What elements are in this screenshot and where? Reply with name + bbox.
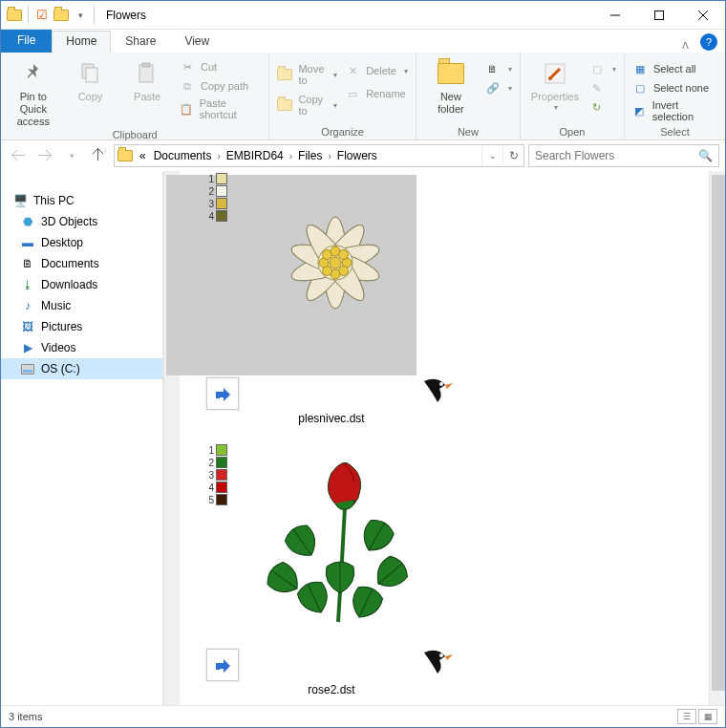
qat-dropdown-icon[interactable]: ▾ [73, 8, 88, 23]
view-large-icons-button[interactable]: ▦ [698, 709, 717, 724]
main-area: 🖥️This PC ⬣3D Objects ▬Desktop 🗎Document… [1, 171, 725, 705]
group-clipboard: Pin to Quick access Copy Paste ✂Cut ⧉Cop… [1, 53, 269, 139]
svg-point-29 [330, 257, 341, 268]
group-new: New folder 🗎▾ 🔗▾ New [416, 53, 521, 139]
address-bar[interactable]: « Documents› EMBIRD64› Files› Flowers ⌄ … [114, 144, 524, 167]
tab-home[interactable]: Home [52, 31, 111, 53]
nav-documents[interactable]: 🗎Documents [1, 253, 162, 274]
crumb-embird64[interactable]: EMBIRD64 [223, 149, 288, 162]
svg-rect-6 [139, 65, 153, 82]
properties-button[interactable]: Properties ▾ [526, 56, 584, 112]
crumb-flowers[interactable]: Flowers [333, 149, 381, 162]
paste-shortcut-button[interactable]: 📋Paste shortcut [178, 96, 263, 121]
refresh-button[interactable]: ↻ [502, 145, 523, 166]
search-placeholder: Search Flowers [535, 149, 614, 162]
new-folder-button[interactable]: New folder [422, 56, 480, 116]
open-button[interactable]: ▢▾ [587, 60, 618, 77]
copy-path-button[interactable]: ⧉Copy path [178, 77, 263, 95]
open-icon: ▢ [589, 61, 605, 76]
crumb-files[interactable]: Files [294, 149, 326, 162]
chevron-right-icon[interactable]: › [326, 151, 332, 161]
crumb-documents[interactable]: Documents [150, 149, 216, 162]
embroidery-preview [254, 179, 416, 341]
delete-button[interactable]: ✕Delete▾ [343, 62, 410, 79]
rename-button[interactable]: ▭Rename [343, 85, 410, 102]
help-button[interactable]: ? [700, 33, 717, 51]
tab-file[interactable]: File [1, 30, 52, 53]
minimize-button[interactable] [593, 1, 637, 29]
svg-rect-7 [142, 63, 150, 67]
view-details-button[interactable]: ☰ [677, 709, 696, 724]
group-label-organize: Organize [275, 125, 410, 138]
copy-to-icon [277, 97, 292, 113]
quick-access-toolbar: ☑ ▾ [1, 7, 102, 24]
pin-to-quick-access-button[interactable]: Pin to Quick access [7, 56, 60, 128]
file-name: rose2.dst [206, 683, 457, 696]
svg-point-9 [548, 76, 552, 80]
move-to-button[interactable]: Move to▾ [275, 62, 339, 87]
navigation-pane[interactable]: 🖥️This PC ⬣3D Objects ▬Desktop 🗎Document… [1, 171, 163, 705]
edit-button[interactable]: ✎ [587, 79, 618, 96]
easy-access-button[interactable]: 🔗▾ [483, 79, 514, 96]
titlebar: ☑ ▾ Flowers [1, 1, 725, 30]
address-row: 🡠 🡢 ▾ 🡡 « Documents› EMBIRD64› Files› Fl… [1, 140, 725, 171]
new-item-button[interactable]: 🗎▾ [483, 60, 514, 77]
address-history-button[interactable]: ⌄ [481, 145, 502, 166]
nav-videos[interactable]: ▶Videos [1, 337, 162, 358]
nav-music[interactable]: ♪Music [1, 295, 162, 316]
qat-properties-icon[interactable]: ☑ [34, 8, 50, 23]
maximize-button[interactable] [637, 1, 681, 29]
content-scrollbar[interactable] [709, 171, 725, 705]
nav-pictures[interactable]: 🖼Pictures [1, 316, 162, 337]
recent-locations-button[interactable]: ▾ [60, 144, 83, 167]
app-badge-icon [418, 643, 457, 681]
pin-icon [18, 58, 49, 89]
invert-selection-button[interactable]: ◩Invert selection [630, 98, 719, 123]
ribbon: Pin to Quick access Copy Paste ✂Cut ⧉Cop… [1, 53, 725, 140]
music-icon: ♪ [20, 298, 35, 313]
tab-view[interactable]: View [170, 31, 224, 53]
minimize-ribbon-button[interactable]: ᐱ [682, 40, 689, 51]
qat-new-folder-icon[interactable] [53, 8, 69, 23]
forward-button[interactable]: 🡢 [33, 144, 56, 167]
nav-desktop[interactable]: ▬Desktop [1, 232, 162, 253]
cut-button[interactable]: ✂Cut [178, 58, 263, 75]
rename-icon: ▭ [345, 86, 360, 101]
color-palette: 1234 [206, 173, 227, 223]
back-button[interactable]: 🡠 [7, 144, 30, 167]
crumb-prefix[interactable]: « [136, 149, 150, 162]
file-list[interactable]: 1234 plesnivec.dst 12345 [180, 171, 709, 705]
pc-icon: 🖥️ [12, 193, 28, 208]
videos-icon: ▶ [20, 340, 35, 355]
svg-rect-1 [655, 11, 664, 19]
file-item[interactable]: 1234 plesnivec.dst [206, 173, 457, 425]
close-button[interactable] [681, 1, 725, 29]
group-organize: Move to▾ Copy to▾ ✕Delete▾ ▭Rename Organ… [269, 53, 416, 139]
nav-downloads[interactable]: ⭳Downloads [1, 274, 162, 295]
folder-icon [7, 8, 22, 23]
navpane-scrollbar[interactable] [163, 171, 180, 705]
nav-3d-objects[interactable]: ⬣3D Objects [1, 211, 162, 232]
group-label-new: New [422, 125, 514, 138]
search-input[interactable]: Search Flowers 🔍 [528, 144, 719, 167]
history-button[interactable]: ↻ [587, 98, 618, 116]
nav-this-pc[interactable]: 🖥️This PC [1, 190, 162, 211]
chevron-right-icon[interactable]: › [288, 151, 294, 161]
status-bar: 3 items ☰ ▦ [1, 705, 725, 726]
file-item[interactable]: 12345 rose2.dst [206, 444, 457, 696]
select-none-icon: ▢ [632, 80, 648, 96]
file-name: plesnivec.dst [206, 412, 457, 425]
svg-point-28 [338, 250, 348, 260]
nav-os-c[interactable]: OS (C:) [1, 358, 162, 379]
select-none-button[interactable]: ▢Select none [630, 79, 719, 96]
invert-selection-icon: ◩ [632, 103, 647, 118]
select-all-button[interactable]: ▦Select all [630, 60, 719, 77]
color-palette: 12345 [206, 444, 227, 506]
chevron-right-icon[interactable]: › [215, 151, 222, 161]
copy-button[interactable]: Copy [64, 56, 117, 103]
paste-button[interactable]: Paste [120, 56, 174, 103]
copy-to-button[interactable]: Copy to▾ [275, 93, 339, 118]
tab-share[interactable]: Share [111, 31, 170, 53]
up-button[interactable]: 🡡 [87, 144, 110, 167]
group-label-select: Select [630, 125, 719, 138]
